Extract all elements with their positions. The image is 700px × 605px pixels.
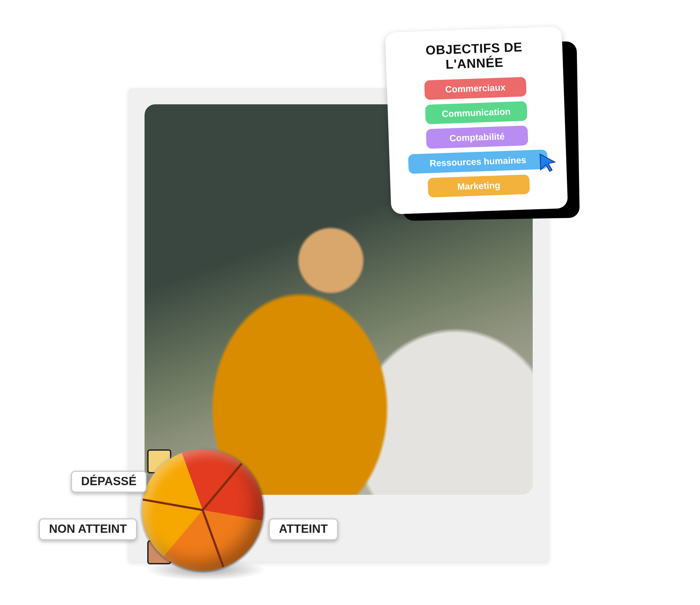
objective-button-marketing[interactable]: Marketing [427, 175, 530, 198]
pie-chart [142, 449, 264, 571]
objectives-title: OBJECTIFS DE L'ANNÉE [396, 38, 552, 73]
cursor-icon [538, 153, 557, 172]
objective-button-comptabilite[interactable]: Comptabilité [426, 126, 528, 149]
pie-label-exceeded: DÉPASSÉ [71, 471, 147, 493]
objective-button-communication[interactable]: Communication [425, 101, 527, 124]
objectives-card: OBJECTIFS DE L'ANNÉE Commerciaux Communi… [385, 26, 568, 214]
objective-button-ressources-humaines[interactable]: Ressources humaines [408, 149, 548, 174]
objective-button-commerciaux[interactable]: Commerciaux [424, 77, 527, 100]
pie-label-reached: ATTEINT [269, 518, 338, 540]
pie-label-not-reached: NON ATTEINT [39, 518, 137, 540]
